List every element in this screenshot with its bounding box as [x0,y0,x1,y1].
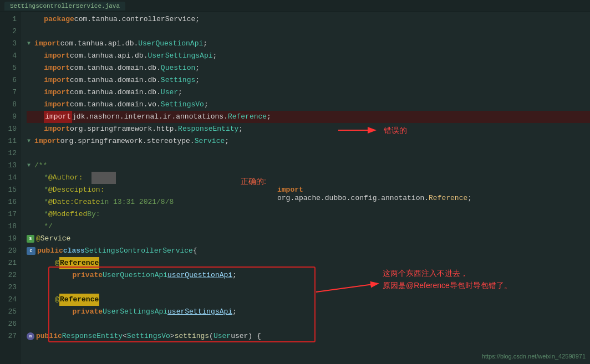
code-line-8: import com.tanhua.domain.vo.SettingsVo; [27,99,590,111]
code-line-15: * @Descciption: [27,184,590,196]
code-line-4: import com.tanhua.api.db.UserSettingsApi… [27,50,590,62]
code-line-18: */ [27,221,590,233]
code-line-23 [27,281,590,294]
code-area: package com.tanhua.controllerService; ▼ … [21,12,590,364]
code-line-13: ▼ /** [27,160,590,172]
line-numbers: 1 2 3 4 5 6 7 8 9 10 11 12 13 14 15 16 1… [0,12,21,364]
code-line-20: C public class SettingsControllerService… [27,245,590,257]
website-url: https://blog.csdn.net/weixin_42598971 [482,353,586,360]
code-line-1: package com.tanhua.controllerService; [27,13,590,25]
service-badge: S [27,235,34,243]
code-line-25: private UserSettingsApi userSettingsApi; [27,306,590,318]
code-line-12 [27,147,590,160]
code-line-3: ▼ import com.tanhua.api.db.UserQuestionA… [27,38,590,50]
code-line-26 [27,318,590,330]
code-line-21: @Reference [27,257,590,269]
code-line-19: S @Service [27,233,590,245]
code-line-17: * @Modefied By: [27,208,590,221]
code-line-2 [27,25,590,38]
code-line-7: import com.tanhua.domain.db.User; [27,86,590,99]
code-line-14: * @Author: [27,172,590,184]
code-line-5: import com.tanhua.domain.db.Question; [27,62,590,74]
code-line-11: ▼ import org.springframework.stereotype.… [27,135,590,147]
code-line-24: @Reference [27,294,590,306]
code-line-9: import jdk.nashorn.internal.ir.annotatio… [27,111,590,123]
method-badge: m [27,332,34,340]
code-line-6: import com.tanhua.domain.db.Settings; [27,74,590,86]
code-line-27: m public ResponseEntity<SettingsVo> sett… [27,330,590,342]
class-badge: C [27,247,35,255]
code-line-10: import org.springframework.http.Response… [27,123,590,135]
code-line-22: private UserQuestionApi userQuestionApi; [27,269,590,281]
code-line-16: * @Date:Create in 13:31 2021/8/8 [27,196,590,208]
file-tab[interactable]: SettingsControllerService.java [4,2,125,11]
